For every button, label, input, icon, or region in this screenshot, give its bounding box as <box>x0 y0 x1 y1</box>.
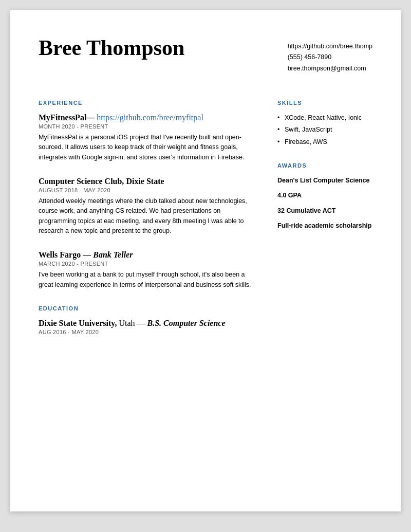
main-content: EXPERIENCE MyFitnessPal— https://github.… <box>39 100 372 338</box>
award-2: 4.0 GPA <box>277 191 372 200</box>
cs-club-heading: Computer Science Club, Dixie State <box>39 177 257 186</box>
myfitnesspal-heading: MyFitnessPal— https://github.com/bree/my… <box>39 113 257 122</box>
cs-club-title: Computer Science Club, <box>39 177 124 186</box>
github-link[interactable]: https://github.com/bree.thomp <box>288 41 372 52</box>
education-heading: Dixie State University, Utah — B.S. Comp… <box>39 319 257 328</box>
award-1: Dean's List Computer Science <box>277 176 372 186</box>
wells-fargo-role: Bank Teller <box>93 250 133 259</box>
skill-item-1: XCode, React Native, Ionic <box>277 113 372 123</box>
wells-fargo-title: Wells Fargo <box>39 250 81 259</box>
skill-item-2: Swift, JavaScript <box>277 125 372 135</box>
edu-institution: Dixie State University, <box>39 319 117 327</box>
resume-page: Bree Thompson https://github.com/bree.th… <box>10 10 401 511</box>
experience-item-myfitnesspal: MyFitnessPal— https://github.com/bree/my… <box>39 113 257 162</box>
experience-section-title: EXPERIENCE <box>39 100 257 106</box>
myfitnesspal-date: MONTH 2020 - PRESENT <box>39 123 257 130</box>
education-section: EDUCATION Dixie State University, Utah —… <box>39 305 257 335</box>
wells-fargo-separator: — <box>81 250 93 259</box>
left-column: EXPERIENCE MyFitnessPal— https://github.… <box>39 100 257 338</box>
right-column: SKILLS XCode, React Native, Ionic Swift,… <box>277 100 372 338</box>
cs-club-location: Dixie State <box>124 177 164 186</box>
cs-club-date: August 2018 - May 2020 <box>39 187 257 193</box>
myfitnesspal-description: MyFitnessPal is a personal iOS project t… <box>39 133 257 162</box>
wells-fargo-date: March 2020 - PRESENT <box>39 261 257 267</box>
skills-section-title: SKILLS <box>277 100 372 106</box>
experience-item-wells-fargo: Wells Fargo — Bank Teller March 2020 - P… <box>39 250 257 290</box>
skills-list: XCode, React Native, Ionic Swift, JavaSc… <box>277 113 372 147</box>
candidate-name: Bree Thompson <box>39 36 184 60</box>
edu-location: Utah — <box>117 319 147 327</box>
edu-degree: B.S. Computer Science <box>147 319 226 327</box>
myfitnesspal-link[interactable]: https://github.com/bree/myfitpal <box>97 113 203 122</box>
education-section-title: EDUCATION <box>39 305 257 311</box>
wells-fargo-heading: Wells Fargo — Bank Teller <box>39 250 257 260</box>
header: Bree Thompson https://github.com/bree.th… <box>39 36 372 79</box>
myfitnesspal-separator: — <box>86 113 97 122</box>
contact-info: https://github.com/bree.thomp (555) 456-… <box>288 36 372 74</box>
wells-fargo-description: I've been working at a bank to put mysel… <box>39 270 257 290</box>
edu-date: Aug 2016 - May 2020 <box>39 329 257 335</box>
phone: (555) 456-7890 <box>288 52 372 63</box>
cs-club-description: Attended weekly meetings where the club … <box>39 196 257 236</box>
email: bree.thompson@gmail.com <box>288 63 372 74</box>
award-3: 32 Cumulative ACT <box>277 206 372 216</box>
experience-item-cs-club: Computer Science Club, Dixie State Augus… <box>39 177 257 236</box>
myfitnesspal-title: MyFitnessPal <box>39 113 86 122</box>
awards-section-title: AWARDS <box>277 162 372 169</box>
award-4: Full-ride academic scholarship <box>277 221 372 231</box>
awards-section: AWARDS Dean's List Computer Science 4.0 … <box>277 162 372 231</box>
skill-item-3: Firebase, AWS <box>277 137 372 147</box>
